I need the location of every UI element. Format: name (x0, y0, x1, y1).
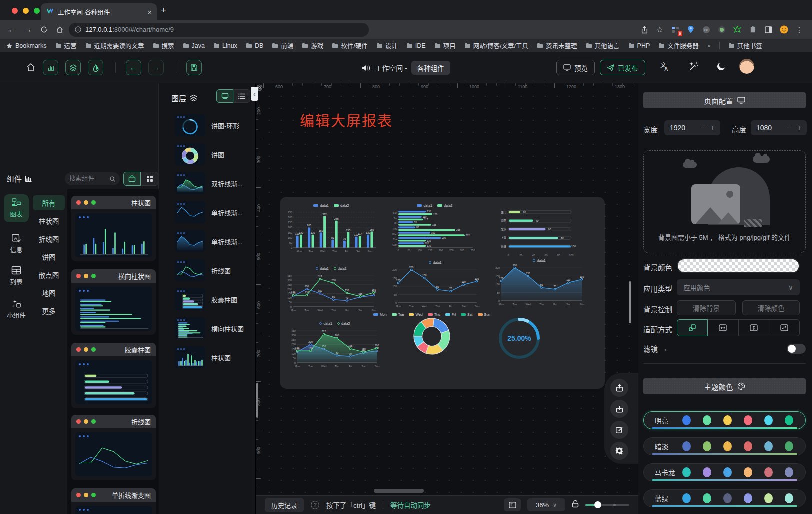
panel-resize-handle[interactable] (629, 281, 632, 323)
width-stepper[interactable]: 1920 −+ (664, 120, 720, 135)
home-icon[interactable] (53, 23, 67, 37)
extension-circle-icon[interactable]: 88 (702, 25, 711, 34)
bookmark-folder[interactable]: 游戏 (302, 41, 324, 50)
category-柱状图[interactable]: 柱状图 (33, 213, 65, 228)
window-close-button[interactable] (12, 8, 18, 14)
publish-button[interactable]: 已发布 (600, 60, 646, 75)
window-minimize-button[interactable] (23, 8, 29, 14)
preview-button[interactable]: 预览 (556, 60, 595, 75)
chevron-right-icon[interactable]: › (664, 346, 666, 353)
canvas-chart-area-double[interactable]: data1data2050100150200250300350MonTueWed… (289, 320, 381, 368)
search-input[interactable] (70, 175, 108, 182)
layer-item-8[interactable]: 横向柱状图 (175, 317, 252, 340)
theme-row-暗淡[interactable]: 暗淡 (644, 437, 806, 455)
width-minus-icon[interactable]: − (701, 124, 705, 132)
chart-components-button[interactable] (43, 60, 58, 75)
sidebar-item-4[interactable]: 小组件 (4, 295, 29, 323)
app-home-icon[interactable] (26, 62, 36, 74)
component-search[interactable] (65, 172, 120, 185)
reload-icon[interactable] (37, 23, 51, 37)
download-icon[interactable] (610, 400, 628, 418)
component-card-gline[interactable]: 单折线渐变图 (72, 488, 156, 514)
layer-view-screen-icon[interactable] (216, 89, 234, 103)
layer-item-3[interactable]: 双折线渐... (175, 172, 252, 195)
extension-green-star-icon[interactable] (733, 25, 742, 34)
bookmark-folder[interactable]: 网站/博客/文章/工具 (464, 41, 528, 50)
category-散点图[interactable]: 散点图 (33, 267, 65, 282)
canvas-chart-bar-grouped[interactable]: data1data2050100150200250300350120200150… (285, 202, 378, 253)
view-toggle-grid-icon[interactable] (141, 172, 158, 186)
zoom-select[interactable]: 36%∨ (528, 498, 566, 511)
other-bookmarks[interactable]: 其他书签 (728, 41, 762, 50)
canvas-horizontal-scrollbar[interactable] (374, 489, 424, 493)
theme-droplet-button[interactable] (88, 60, 104, 75)
layer-item-4[interactable]: 单折线渐... (175, 201, 252, 224)
theme-row-马卡龙[interactable]: 马卡龙 (644, 463, 806, 481)
extension-pin-icon[interactable] (686, 25, 696, 34)
layers-button[interactable] (66, 60, 81, 75)
theme-row-明亮[interactable]: 明亮 (644, 411, 806, 429)
canvas-chart-bar-horizontal[interactable]: data1data2Mon120130Tue200130Wed150312Thu… (390, 202, 480, 252)
help-icon[interactable]: ? (311, 501, 320, 509)
fit-stretch-icon[interactable] (769, 319, 800, 336)
bookmark-folder[interactable]: 文件服务器 (658, 41, 699, 50)
bookmark-folder[interactable]: 其他语言 (586, 41, 620, 50)
layer-item-9[interactable]: 柱状图 (175, 346, 252, 369)
fit-width-icon[interactable] (708, 319, 738, 336)
category-所有[interactable]: 所有 (33, 195, 65, 210)
component-card-bar[interactable]: 柱状图 (72, 196, 156, 261)
save-button[interactable] (186, 60, 202, 75)
redo-button[interactable]: → (148, 60, 164, 75)
tab-close-icon[interactable]: × (148, 8, 152, 16)
theme-row-蓝绿[interactable]: 蓝绿 (644, 489, 806, 507)
width-value[interactable]: 1920 (670, 124, 686, 132)
sidebar-panel-icon[interactable] (764, 25, 773, 34)
layer-item-5[interactable]: 单折线渐... (175, 230, 252, 253)
height-plus-icon[interactable]: + (798, 124, 802, 132)
bookmark-folder[interactable]: 搜索 (153, 41, 174, 50)
bookmark-folder[interactable]: 软件/硬件 (332, 41, 368, 50)
workspace-name-pill[interactable]: 各种组件 (412, 61, 450, 75)
bookmarks-overflow[interactable]: » (708, 42, 711, 49)
clear-color-button[interactable]: 清除颜色 (742, 300, 800, 315)
fit-height-icon[interactable] (738, 319, 770, 336)
new-tab-button[interactable]: + (161, 5, 166, 15)
bookmark-folder[interactable]: 前端 (272, 41, 294, 50)
lock-icon[interactable] (572, 500, 579, 510)
canvas-chart-line-double[interactable]: data1data2050100150200250300350MonTueWed… (285, 265, 378, 312)
collapse-layer-panel-button[interactable]: ‹ (251, 87, 258, 101)
bookmark-folder[interactable]: 项目 (434, 41, 456, 50)
magic-wand-icon[interactable] (688, 61, 700, 75)
browser-tab[interactable]: 工作空间-各种组件 × (41, 3, 157, 20)
bookmark-folder[interactable]: IDE (406, 41, 426, 50)
category-折线图[interactable]: 折线图 (33, 231, 65, 246)
sidebar-item-1[interactable]: 图表 (4, 194, 29, 222)
bookmark-folder[interactable]: DB (246, 41, 264, 50)
background-upload-area[interactable]: 背景图需小于 5M ， 格式为 png/jpg/gif 的文件 (644, 150, 806, 253)
extension-tabs-icon[interactable]: 9 (671, 25, 680, 34)
canvas-chart-capsule-bar[interactable]: 厦门20南阳40北京60上海80新疆100020406080100 (498, 205, 580, 257)
window-zoom-button[interactable] (34, 8, 40, 14)
fit-scale-icon[interactable] (677, 319, 708, 336)
bg-color-swatch[interactable] (677, 258, 800, 273)
height-minus-icon[interactable]: − (788, 124, 792, 132)
zoom-slider[interactable] (586, 501, 630, 508)
bookmark-folder[interactable]: 设计 (376, 41, 398, 50)
canvas-chart-line-gradient-area[interactable]: data1050100150200MonTueWedThuFriSatSun12… (493, 257, 586, 306)
component-card-hbar[interactable]: 横向柱状图 (72, 269, 156, 335)
user-avatar[interactable] (740, 59, 754, 74)
history-panel-icon[interactable] (504, 498, 521, 511)
import-icon[interactable] (610, 379, 628, 397)
canvas-chart-progress-ring[interactable]: 25.00% (497, 315, 542, 361)
forward-icon[interactable]: → (21, 23, 35, 37)
sidebar-item-3[interactable]: 列表 (4, 262, 29, 290)
layer-item-6[interactable]: 折线图 (175, 259, 252, 282)
clear-background-button[interactable]: 清除背景 (677, 300, 736, 315)
category-地图[interactable]: 地图 (33, 285, 65, 300)
address-bar[interactable]: 127.0.0.1:3000/#/chart/home/9 (69, 23, 369, 37)
design-canvas[interactable]: 编辑大屏报表 600700800900100011001200130020030… (256, 83, 638, 514)
sidebar-item-2[interactable]: A信息 (4, 230, 29, 258)
language-icon[interactable]: 文A (658, 61, 670, 75)
component-card-line2[interactable]: 折线图 (72, 415, 156, 480)
history-button[interactable]: 历史记录 (265, 498, 304, 512)
